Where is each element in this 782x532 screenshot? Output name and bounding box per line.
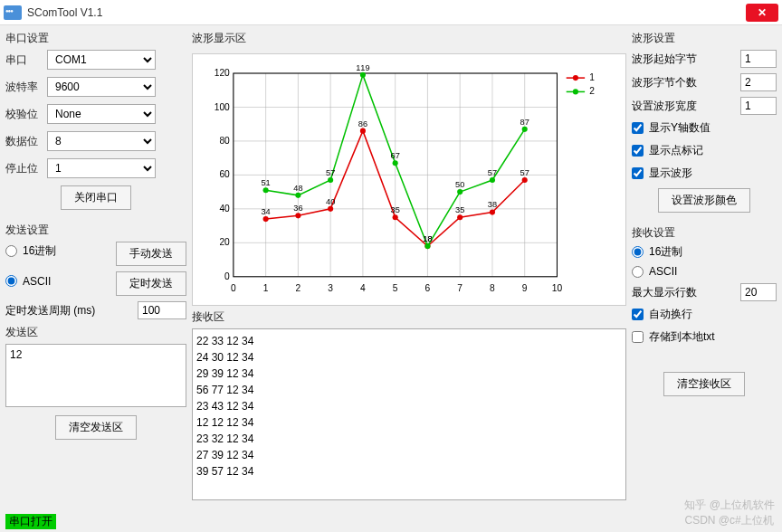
app-icon (4, 5, 22, 20)
svg-point-53 (522, 177, 528, 183)
svg-text:3: 3 (328, 283, 333, 293)
manual-send-button[interactable]: 手动发送 (116, 242, 186, 266)
status-bar: 串口打开 (0, 514, 782, 530)
svg-point-37 (263, 216, 269, 222)
stopbits-select[interactable]: 1 (47, 158, 156, 178)
serial-settings-group: 串口设置 串口COM1 波特率9600 校验位None 数据位8 停止位1 关闭… (5, 31, 186, 210)
svg-text:40: 40 (219, 204, 230, 214)
wave-width-input[interactable] (740, 97, 777, 115)
baud-label: 波特率 (5, 80, 47, 95)
svg-text:60: 60 (219, 169, 230, 179)
svg-text:80: 80 (219, 136, 230, 146)
svg-point-41 (328, 206, 333, 212)
recv-ascii-radio[interactable] (632, 266, 644, 278)
svg-text:57: 57 (488, 168, 497, 177)
title-bar: SComTool V1.1 ✕ (0, 0, 782, 25)
recv-hex-radio[interactable] (632, 246, 644, 258)
svg-text:57: 57 (520, 168, 529, 177)
svg-text:6: 6 (425, 283, 431, 293)
recv-group-label: 接收区 (192, 309, 626, 325)
period-input[interactable] (138, 301, 186, 319)
send-settings-group: 发送设置 16进制 手动发送 ASCII 定时发送 定时发送周期 (ms) 发送… (5, 223, 186, 440)
svg-point-59 (328, 177, 333, 183)
svg-point-77 (573, 89, 578, 94)
start-byte-input[interactable] (740, 50, 777, 68)
recv-set-label: 接收设置 (632, 225, 777, 241)
send-hex-label: 16进制 (23, 243, 56, 259)
svg-text:38: 38 (488, 200, 497, 209)
databits-label: 数据位 (5, 134, 47, 149)
svg-text:35: 35 (391, 205, 400, 214)
clear-send-button[interactable]: 清空发送区 (55, 415, 137, 440)
wave-color-button[interactable]: 设置波形颜色 (658, 188, 750, 213)
app-title: SComTool V1.1 (27, 6, 746, 19)
send-textarea[interactable] (5, 344, 186, 407)
send-area-label: 发送区 (5, 325, 186, 340)
svg-text:5: 5 (393, 283, 398, 293)
svg-text:50: 50 (455, 180, 464, 189)
byte-count-input[interactable] (740, 73, 777, 91)
svg-text:120: 120 (215, 68, 230, 78)
show-wave-label: 显示波形 (649, 166, 692, 181)
save-txt-checkbox[interactable] (632, 331, 644, 343)
svg-text:18: 18 (423, 234, 432, 243)
wave-group-label: 波形显示区 (192, 31, 626, 46)
svg-text:0: 0 (224, 271, 230, 281)
svg-text:4: 4 (360, 283, 366, 293)
show-marker-checkbox[interactable] (632, 145, 644, 157)
svg-point-74 (573, 75, 578, 81)
wave-settings-group: 波形设置 波形起始字节 波形字节个数 设置波形宽度 显示Y轴数值 显示点标记 显… (632, 31, 777, 213)
svg-point-49 (457, 214, 463, 220)
show-y-checkbox[interactable] (632, 122, 644, 134)
recv-settings-group: 接收设置 16进制 ASCII 最大显示行数 自动换行 存储到本地txt 清空接… (632, 225, 777, 396)
send-ascii-label: ASCII (23, 275, 51, 288)
close-button[interactable]: ✕ (746, 4, 778, 22)
timed-send-button[interactable]: 定时发送 (116, 271, 186, 296)
svg-point-71 (522, 127, 528, 132)
wave-width-label: 设置波形宽度 (632, 99, 740, 114)
watermark: 知乎 @上位机软件 CSDN @c#上位机 (684, 498, 775, 528)
svg-text:0: 0 (231, 283, 236, 293)
clear-recv-button[interactable]: 清空接收区 (663, 372, 745, 396)
wave-set-label: 波形设置 (632, 31, 777, 46)
svg-text:9: 9 (522, 283, 528, 293)
svg-text:48: 48 (293, 184, 302, 193)
svg-point-39 (295, 213, 300, 218)
svg-text:10: 10 (552, 283, 563, 293)
svg-text:1: 1 (263, 283, 269, 293)
byte-count-label: 波形字节个数 (632, 75, 740, 90)
send-ascii-radio[interactable] (5, 275, 17, 287)
send-hex-radio[interactable] (5, 245, 17, 257)
maxlines-input[interactable] (740, 283, 777, 301)
show-wave-checkbox[interactable] (632, 167, 644, 179)
svg-text:2: 2 (296, 283, 301, 293)
wave-chart: 0123456789100204060801001203436408635183… (192, 53, 626, 306)
svg-text:2: 2 (589, 87, 595, 97)
svg-point-51 (490, 210, 495, 215)
svg-point-45 (393, 214, 398, 220)
recv-textbox[interactable]: 22 33 12 34 24 30 12 34 29 39 12 34 56 7… (192, 328, 626, 500)
svg-text:36: 36 (293, 204, 302, 213)
svg-text:1: 1 (589, 72, 595, 82)
baud-select[interactable]: 9600 (47, 77, 156, 97)
recv-ascii-label: ASCII (649, 265, 677, 278)
close-port-button[interactable]: 关闭串口 (61, 185, 131, 210)
svg-point-43 (360, 128, 366, 134)
autowrap-checkbox[interactable] (632, 309, 644, 320)
svg-text:51: 51 (262, 178, 271, 187)
port-select[interactable]: COM1 (47, 50, 156, 70)
databits-select[interactable]: 8 (47, 131, 156, 151)
svg-point-69 (490, 177, 495, 183)
svg-text:8: 8 (490, 283, 495, 293)
parity-label: 校验位 (5, 107, 47, 122)
svg-point-55 (263, 187, 269, 193)
svg-point-63 (393, 160, 398, 166)
svg-point-61 (360, 72, 366, 78)
svg-point-67 (457, 189, 463, 195)
parity-select[interactable]: None (47, 104, 156, 124)
svg-text:20: 20 (219, 237, 230, 247)
status-port-open: 串口打开 (5, 514, 56, 529)
serial-group-label: 串口设置 (5, 31, 186, 46)
svg-text:87: 87 (520, 118, 529, 127)
svg-text:100: 100 (215, 102, 230, 112)
